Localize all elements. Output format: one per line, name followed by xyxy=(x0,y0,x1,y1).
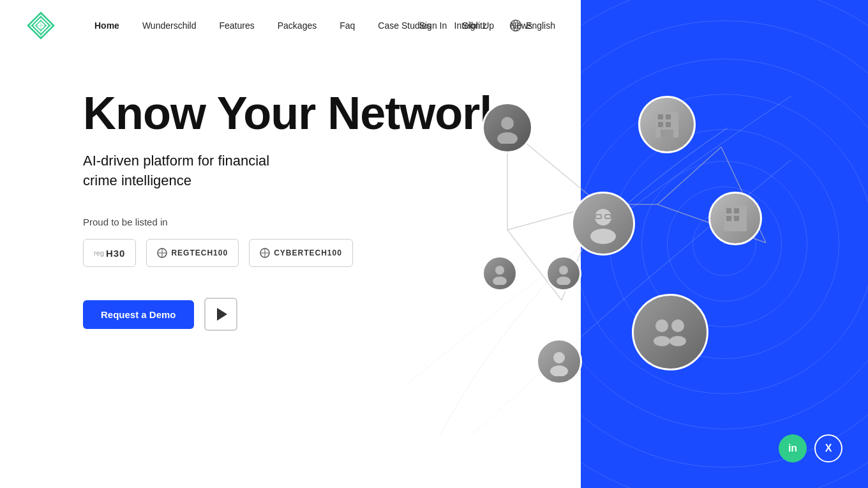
svg-point-25 xyxy=(501,117,514,130)
badge-regtech100: REGTECH100 xyxy=(146,239,239,267)
nav-home[interactable]: Home xyxy=(94,20,119,31)
svg-rect-42 xyxy=(661,130,673,137)
svg-point-30 xyxy=(590,229,616,244)
building-node-2 xyxy=(708,192,762,245)
linkedin-button[interactable]: in xyxy=(779,434,807,462)
profile-node-1 xyxy=(482,102,533,153)
nav-packages[interactable]: Packages xyxy=(278,20,317,31)
svg-rect-45 xyxy=(734,208,739,213)
cybertech-icon xyxy=(260,248,270,258)
group-photo-node xyxy=(632,294,708,370)
sign-up-link[interactable]: Sign Up xyxy=(462,20,494,31)
play-video-button[interactable] xyxy=(204,298,237,331)
network-visualization xyxy=(408,64,868,434)
globe-icon xyxy=(509,19,522,32)
twitter-icon: X xyxy=(825,443,832,454)
logo[interactable] xyxy=(26,10,56,41)
badge-reg-h30: reg H30 xyxy=(83,239,136,267)
svg-point-51 xyxy=(670,336,686,346)
svg-rect-38 xyxy=(658,114,663,119)
svg-rect-44 xyxy=(726,208,731,213)
nav-faq[interactable]: Faq xyxy=(340,20,355,31)
nav-features[interactable]: Features xyxy=(219,20,254,31)
svg-line-22 xyxy=(657,147,721,204)
svg-rect-47 xyxy=(734,216,739,221)
twitter-button[interactable]: X xyxy=(814,434,842,462)
hero-subtitle: AI-driven platform for financial crime i… xyxy=(83,151,389,192)
svg-point-33 xyxy=(559,266,568,275)
svg-point-36 xyxy=(550,365,568,376)
social-buttons: in X xyxy=(779,434,842,462)
svg-point-35 xyxy=(553,352,565,363)
request-demo-button[interactable]: Request a Demo xyxy=(83,300,194,329)
nav-actions: Sign In Sign Up English xyxy=(419,19,555,32)
svg-rect-41 xyxy=(666,122,671,127)
sign-in-link[interactable]: Sign In xyxy=(419,20,447,31)
linkedin-icon: in xyxy=(788,443,797,454)
svg-point-26 xyxy=(497,132,518,144)
svg-point-34 xyxy=(557,277,571,285)
language-selector[interactable]: English xyxy=(509,19,555,32)
profile-node-3 xyxy=(482,255,518,291)
svg-rect-39 xyxy=(666,114,671,119)
language-label: English xyxy=(526,20,555,31)
building-node-1 xyxy=(638,96,696,153)
profile-node-2 xyxy=(571,192,635,255)
svg-point-31 xyxy=(495,266,504,275)
badge-cybertech100: CYBERTECH100 xyxy=(249,239,353,267)
left-panel: Home Wunderschild Features Packages Faq … xyxy=(0,0,581,488)
play-icon xyxy=(217,308,227,321)
svg-rect-40 xyxy=(658,122,663,127)
svg-rect-46 xyxy=(726,216,731,221)
page-layout: Home Wunderschild Features Packages Faq … xyxy=(0,0,868,488)
svg-point-32 xyxy=(493,277,507,285)
profile-node-4 xyxy=(546,255,581,291)
nav-wunderschild[interactable]: Wunderschild xyxy=(142,20,197,31)
navbar: Home Wunderschild Features Packages Faq … xyxy=(0,0,581,51)
svg-point-49 xyxy=(671,319,684,332)
svg-point-48 xyxy=(655,319,668,332)
svg-point-27 xyxy=(595,209,611,225)
profile-node-5 xyxy=(536,339,582,385)
svg-point-50 xyxy=(654,336,670,346)
regtech-icon xyxy=(157,248,167,258)
